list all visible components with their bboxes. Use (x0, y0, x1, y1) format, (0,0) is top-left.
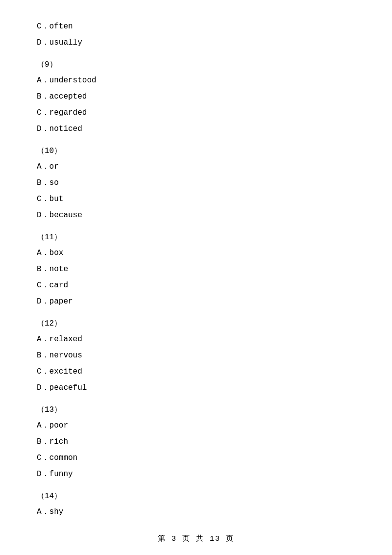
option-item: B．rich (37, 435, 355, 449)
option-item: D．paper (37, 295, 355, 309)
option-item: B．note (37, 262, 355, 277)
option-item: A．or (37, 160, 355, 174)
option-item: D．peaceful (37, 381, 355, 395)
option-item: C．excited (37, 365, 355, 379)
option-item: C．common (37, 451, 355, 465)
main-content: C．oftenD．usually（9）A．understoodB．accepte… (0, 0, 392, 551)
question-number: （11） (37, 230, 355, 245)
option-item: D．because (37, 208, 355, 223)
option-item: C．but (37, 192, 355, 206)
option-item: A．relaxed (37, 332, 355, 347)
question-number: （10） (37, 144, 355, 158)
question-number: （14） (37, 489, 355, 504)
question-number: （12） (37, 317, 355, 331)
option-item: C．card (37, 278, 355, 293)
option-item: C．often (37, 20, 355, 34)
question-number: （9） (37, 58, 355, 72)
option-item: D．noticed (37, 122, 355, 136)
option-item: D．usually (37, 36, 355, 50)
option-item: C．regarded (37, 106, 355, 120)
question-number: （13） (37, 403, 355, 417)
option-item: D．funny (37, 467, 355, 481)
option-item: A．shy (37, 505, 355, 519)
option-item: A．understood (37, 74, 355, 88)
option-item: B．nervous (37, 349, 355, 363)
option-item: A．poor (37, 419, 355, 433)
option-item: B．accepted (37, 90, 355, 104)
page-footer: 第 3 页 共 13 页 (0, 534, 392, 543)
page-number: 第 3 页 共 13 页 (158, 535, 234, 543)
option-item: B．so (37, 176, 355, 190)
option-item: A．box (37, 246, 355, 260)
